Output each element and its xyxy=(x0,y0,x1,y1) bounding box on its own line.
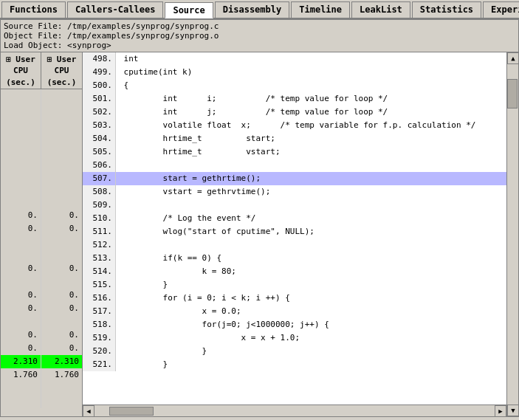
code-row: 510. /* Log the event */ xyxy=(83,212,506,225)
code-row: 500. { xyxy=(83,79,506,92)
scroll-up-button[interactable]: ▲ xyxy=(507,52,518,64)
scroll-right-button[interactable]: ▶ xyxy=(495,405,506,417)
line-number: 511. xyxy=(83,225,116,238)
scroll-down-button[interactable]: ▼ xyxy=(507,404,518,416)
data-row: 0.0. xyxy=(1,328,82,342)
data-cell-1: 1.760 xyxy=(1,368,41,382)
data-row xyxy=(1,315,82,328)
data-cell-2: 0. xyxy=(41,302,82,315)
data-cell-1 xyxy=(1,89,41,103)
tab-source[interactable]: Source xyxy=(165,2,213,18)
code-row: 503. volatile float x; /* temp variable … xyxy=(83,119,506,132)
data-cell-1 xyxy=(1,142,41,156)
horizontal-scrollbar[interactable]: ◀ ▶ xyxy=(83,404,506,416)
data-row: 1.7601.760 xyxy=(1,368,82,382)
data-cell-1 xyxy=(1,275,41,289)
data-cell-1: 0. xyxy=(1,342,41,355)
tab-statistics[interactable]: Statistics xyxy=(412,1,481,18)
scroll-thumb-vertical[interactable] xyxy=(507,79,518,109)
tab-bar: FunctionsCallers-CalleesSourceDisassembl… xyxy=(0,0,519,19)
data-cell-2 xyxy=(41,169,82,182)
tab-experiments[interactable]: Experiments xyxy=(483,1,519,18)
code-cell xyxy=(116,238,506,252)
code-row: 516. for (i = 0; i < k; i ++) { xyxy=(83,292,506,305)
data-row xyxy=(1,249,82,262)
tab-functions[interactable]: Functions xyxy=(1,1,66,18)
line-number: 507. xyxy=(83,172,116,185)
data-cell-1: 0. xyxy=(1,222,41,235)
line-number: 519. xyxy=(83,331,116,345)
data-row xyxy=(1,182,82,196)
line-number: 516. xyxy=(83,292,116,305)
code-cell: int xyxy=(116,52,506,66)
line-number: 521. xyxy=(83,358,116,371)
left-panel: ⊞ User CPU (sec.) ⊞ User CPU (sec.) 0.0.… xyxy=(1,52,83,416)
file-info: Source File: /tmp/examples/synprog/synpr… xyxy=(1,20,518,52)
data-cell-1 xyxy=(1,315,41,328)
tab-timeline[interactable]: Timeline xyxy=(291,1,350,18)
code-cell: } xyxy=(116,358,506,371)
code-row: 517. x = 0.0; xyxy=(83,305,506,318)
data-cell-1 xyxy=(1,382,41,395)
line-number: 502. xyxy=(83,106,116,119)
data-row xyxy=(1,169,82,182)
code-row: 519. x = x + 1.0; xyxy=(83,331,506,345)
code-row: 504. hrtime_t start; xyxy=(83,132,506,145)
tab-leaklist[interactable]: LeakList xyxy=(351,1,410,18)
line-number: 513. xyxy=(83,252,116,265)
col-headers-row: ⊞ User CPU (sec.) ⊞ User CPU (sec.) xyxy=(1,52,82,89)
source-file-label: Source File: /tmp/examples/synprog/synpr… xyxy=(4,21,515,31)
data-row xyxy=(1,382,82,395)
col-header-user-cpu-2: ⊞ User CPU (sec.) xyxy=(41,52,82,89)
code-scrollable[interactable]: 498. int499. cputime(int k)500. {501. in… xyxy=(83,52,506,404)
code-cell: x = 0.0; xyxy=(116,305,506,318)
data-cell-2 xyxy=(41,275,82,289)
scroll-thumb-horizontal[interactable] xyxy=(109,407,154,416)
vertical-scrollbar[interactable]: ▲ ▼ xyxy=(506,52,518,416)
data-cell-2: 0. xyxy=(41,289,82,302)
data-cell-2 xyxy=(41,235,82,249)
code-row: 502. int j; /* temp value for loop */ xyxy=(83,106,506,119)
data-row xyxy=(1,103,82,116)
col-header-user-cpu-1: ⊞ User CPU (sec.) xyxy=(1,52,41,89)
data-cell-2: 0. xyxy=(41,209,82,222)
data-cell-1: 2.310 xyxy=(1,355,41,368)
code-cell: { xyxy=(116,79,506,92)
code-cell xyxy=(116,159,506,172)
line-number: 503. xyxy=(83,119,116,132)
data-cell-1: 0. xyxy=(1,289,41,302)
line-number: 500. xyxy=(83,79,116,92)
data-row: 0.0. xyxy=(1,222,82,235)
code-view: ⊞ User CPU (sec.) ⊞ User CPU (sec.) 0.0.… xyxy=(1,52,518,416)
load-object-label: Load Object: <synprog> xyxy=(4,41,515,50)
code-cell: x = x + 1.0; xyxy=(116,331,506,345)
data-cell-2: 2.310 xyxy=(41,355,82,368)
code-row: 511. wlog("start of cputime", NULL); xyxy=(83,225,506,238)
tab-callers-callees[interactable]: Callers-Callees xyxy=(67,1,163,18)
data-cell-2 xyxy=(41,182,82,196)
line-number: 505. xyxy=(83,145,116,159)
line-number: 510. xyxy=(83,212,116,225)
scroll-left-button[interactable]: ◀ xyxy=(83,405,94,417)
code-row: 507. start = gethrtime(); xyxy=(83,172,506,185)
data-cell-2 xyxy=(41,129,82,142)
tab-disassembly[interactable]: Disassembly xyxy=(215,1,289,18)
data-row xyxy=(1,89,82,103)
data-cell-1 xyxy=(1,235,41,249)
code-cell: volatile float x; /* temp variable for f… xyxy=(116,119,506,132)
data-cell-1: 0. xyxy=(1,302,41,315)
code-row: 512. xyxy=(83,238,506,252)
code-row: 501. int i; /* temp value for loop */ xyxy=(83,92,506,106)
line-number: 509. xyxy=(83,199,116,212)
data-cell-1: 0. xyxy=(1,328,41,342)
code-cell: k = 80; xyxy=(116,265,506,278)
data-cell-1: 0. xyxy=(1,209,41,222)
data-row xyxy=(1,116,82,129)
line-number: 508. xyxy=(83,185,116,199)
line-number: 515. xyxy=(83,278,116,292)
code-row: 520. } xyxy=(83,345,506,358)
data-cell-1 xyxy=(1,249,41,262)
line-number: 518. xyxy=(83,318,116,331)
code-row: 518. for(j=0; j<1000000; j++) { xyxy=(83,318,506,331)
data-cell-1 xyxy=(1,156,41,169)
